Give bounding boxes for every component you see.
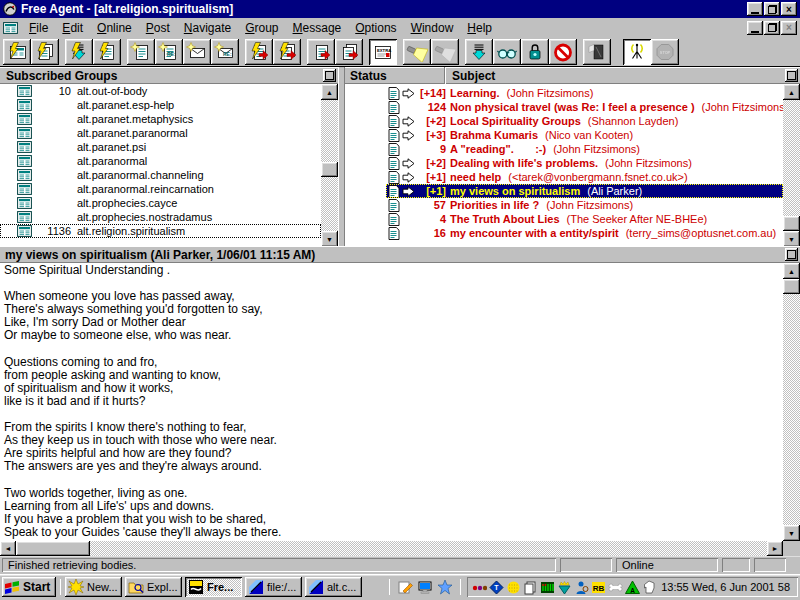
message-row[interactable]: 16my encounter with a entity/spirit(terr…: [345, 226, 783, 240]
toolbar-stop-all-tasks-button[interactable]: [651, 39, 679, 65]
scroll-left-button[interactable]: ◄: [0, 541, 16, 556]
message-row[interactable]: [+1]need help(<tarek@vonbergmann.fsnet.c…: [345, 170, 783, 184]
scroll-thumb[interactable]: [16, 541, 90, 556]
toolbar-get-selected-message-bodies-button[interactable]: [93, 39, 121, 65]
group-row[interactable]: alt.paranet.paranormal: [0, 126, 321, 140]
thread-arrow-icon[interactable]: [402, 172, 415, 183]
scroll-up-button[interactable]: ▲: [783, 84, 800, 100]
group-row[interactable]: alt.prophecies.cayce: [0, 196, 321, 210]
thread-arrow-icon[interactable]: [402, 130, 415, 141]
toolbar-newspaper-view-button[interactable]: [369, 39, 397, 65]
menu-window[interactable]: Window: [404, 20, 461, 36]
thread-arrow-icon[interactable]: [402, 88, 415, 99]
task-button-free-agent[interactable]: Fre...: [185, 577, 242, 597]
tray-person-icon[interactable]: [574, 580, 589, 595]
close-button[interactable]: ×: [781, 2, 797, 16]
toolbar-mark-for-retrieval-button[interactable]: [465, 39, 493, 65]
taskbar-clock[interactable]: 13:55 Wed, 6 Jun 2001 58: [661, 581, 793, 593]
menu-help[interactable]: Help: [460, 20, 499, 36]
maximize-pane-button[interactable]: [323, 69, 336, 82]
toolbar-protect-thread-button[interactable]: [521, 39, 549, 65]
scroll-down-button[interactable]: ▼: [783, 231, 800, 247]
menu-file[interactable]: File: [22, 20, 55, 36]
toolbar-get-next-unread-bodies-in-thread-button[interactable]: [273, 39, 301, 65]
group-row-selected[interactable]: 1136alt.religion.spiritualism: [0, 224, 321, 238]
toolbar-go-next-unread-article-button[interactable]: [307, 39, 335, 65]
menu-edit[interactable]: Edit: [55, 20, 90, 36]
task-button-file-link[interactable]: file:/...: [245, 577, 302, 597]
message-row[interactable]: 124Non physical travel (was Re: I feel a…: [345, 100, 783, 114]
child-window-icon[interactable]: [3, 22, 18, 34]
toolbar-send-new-email-button[interactable]: [183, 39, 211, 65]
scroll-down-button[interactable]: ▼: [783, 525, 800, 541]
toolbar-go-next-unread-thread-button[interactable]: [335, 39, 363, 65]
app-icon[interactable]: [3, 2, 17, 16]
message-row[interactable]: [+14]Learning.(John Fitzsimons): [345, 86, 783, 100]
tray-avg-triangle-icon[interactable]: A: [625, 580, 640, 595]
scroll-down-button[interactable]: ▼: [321, 231, 338, 247]
toolbar-post-new-article-button[interactable]: [127, 39, 155, 65]
vertical-splitter[interactable]: [338, 67, 345, 247]
scroll-up-button[interactable]: ▲: [321, 84, 338, 100]
message-row[interactable]: [+3]Brahma Kumaris(Nico van Kooten): [345, 128, 783, 142]
maximize-pane-button[interactable]: [785, 69, 798, 82]
group-row[interactable]: alt.paranet.esp-help: [0, 98, 321, 112]
quicklaunch-ie-icon[interactable]: [436, 579, 454, 596]
start-button[interactable]: Start: [2, 577, 56, 597]
message-row[interactable]: 4The Truth About Lies(The Seeker After N…: [345, 212, 783, 226]
toolbar-find-next-button[interactable]: [431, 39, 459, 65]
scroll-thumb[interactable]: [783, 279, 800, 294]
thread-arrow-icon[interactable]: [402, 186, 415, 197]
group-row[interactable]: alt.paranormal.channeling: [0, 168, 321, 182]
groups-scrollbar[interactable]: ▲ ▼: [321, 84, 338, 247]
message-row[interactable]: 57Priorities in life ?(John Fitzsimons): [345, 198, 783, 212]
toolbar-get-next-unread-body-button[interactable]: [245, 39, 273, 65]
thread-arrow-icon[interactable]: [402, 116, 415, 127]
mdi-restore-button[interactable]: [764, 21, 780, 35]
tray-meter-icon[interactable]: [540, 580, 555, 595]
quicklaunch-notes-icon[interactable]: [396, 579, 414, 596]
tray-documents-icon[interactable]: [523, 580, 538, 595]
tray-yellow-ball-icon[interactable]: [506, 580, 521, 595]
message-row-selected[interactable]: [+1]my views on spiritualism(Ali Parker): [345, 184, 783, 198]
toolbar-post-followup-article-button[interactable]: [155, 39, 183, 65]
column-header-status[interactable]: Status: [345, 67, 445, 84]
scroll-thumb[interactable]: [321, 162, 338, 177]
tray-rb-icon[interactable]: RB: [591, 580, 606, 595]
toolbar-get-new-headers-selected-groups-button[interactable]: [31, 39, 59, 65]
messages-scrollbar[interactable]: ▲ ▼: [783, 84, 800, 247]
toolbar-get-marked-message-bodies-button[interactable]: [65, 39, 93, 65]
task-button-alt-link[interactable]: alt.c...: [305, 577, 362, 597]
menu-message[interactable]: Message: [286, 20, 349, 36]
minimize-button[interactable]: [747, 2, 763, 16]
tray-bone-icon[interactable]: [608, 580, 623, 595]
message-row[interactable]: [+2]Local Spirituality Groups(Shannon La…: [345, 114, 783, 128]
toolbar-get-new-headers-all-groups-button[interactable]: [3, 39, 31, 65]
message-row[interactable]: 9A "reading". :-)(John Fitzsimons): [345, 142, 783, 156]
group-row[interactable]: alt.paranormal: [0, 154, 321, 168]
group-row[interactable]: alt.paranormal.reincarnation: [0, 182, 321, 196]
group-row[interactable]: alt.prophecies.nostradamus: [0, 210, 321, 224]
message-body[interactable]: Some Spiritual Understanding . When some…: [0, 263, 800, 541]
toolbar-ignore-thread-button[interactable]: [549, 39, 577, 65]
tray-diamond-t-icon[interactable]: T: [489, 580, 504, 595]
toolbar-watch-thread-button[interactable]: [493, 39, 521, 65]
column-header-subject[interactable]: Subject: [445, 69, 785, 83]
mdi-minimize-button[interactable]: [747, 21, 763, 35]
menu-online[interactable]: Online: [90, 20, 139, 36]
task-button-new[interactable]: New...: [65, 577, 122, 597]
message-row[interactable]: [+2]Dealing with life's problems.(John F…: [345, 156, 783, 170]
group-row[interactable]: alt.paranet.metaphysics: [0, 112, 321, 126]
menu-post[interactable]: Post: [139, 20, 177, 36]
quicklaunch-display-icon[interactable]: [416, 579, 434, 596]
toolbar-send-email-reply-button[interactable]: [211, 39, 239, 65]
scroll-up-button[interactable]: ▲: [783, 263, 800, 279]
group-row[interactable]: alt.paranet.psi: [0, 140, 321, 154]
task-button-explorer[interactable]: Expl...: [125, 577, 182, 597]
mdi-close-button[interactable]: ×: [781, 21, 797, 35]
restore-button[interactable]: [764, 2, 780, 16]
tray-dots-icon[interactable]: [472, 580, 487, 595]
group-row[interactable]: 10alt.out-of-body: [0, 84, 321, 98]
scroll-right-button[interactable]: ►: [767, 541, 783, 556]
toolbar-go-offline-button[interactable]: [583, 39, 611, 65]
